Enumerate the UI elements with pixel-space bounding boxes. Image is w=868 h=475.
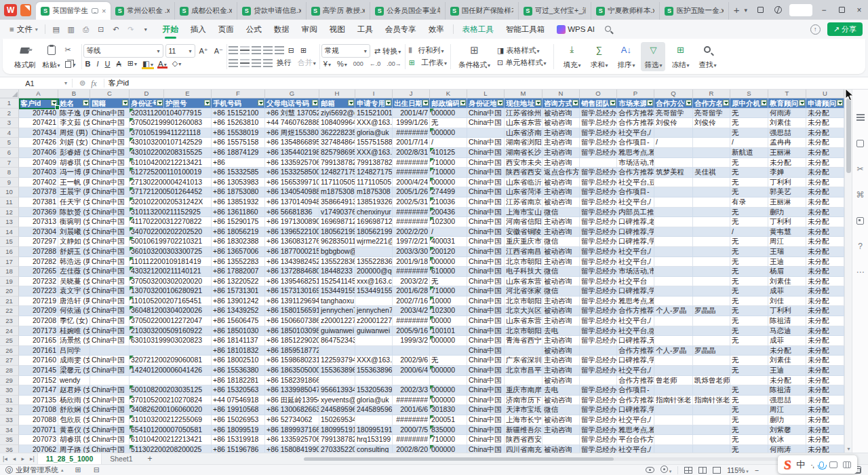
cell[interactable]: 陕西省西安 <box>505 435 542 445</box>
cell[interactable]: 凯烁曾老师 <box>693 376 730 386</box>
column-letter[interactable]: I <box>355 90 393 98</box>
filter-dropdown-icon[interactable] <box>348 100 354 106</box>
cell[interactable]: China中国 <box>90 128 130 138</box>
cell[interactable] <box>654 445 693 453</box>
cell[interactable]: 合作项目- <box>617 187 654 197</box>
cell[interactable]: 未分配 <box>806 148 844 158</box>
cell[interactable]: 主动咨询 <box>542 158 580 168</box>
cell[interactable] <box>693 197 730 208</box>
row-number[interactable]: 11 <box>0 197 19 208</box>
cell[interactable]: 未分配 <box>806 237 844 247</box>
cell[interactable]: 1999/3/2 <box>393 336 430 346</box>
prev-sheet-icon[interactable]: ◂ <box>10 455 19 462</box>
cell[interactable]: 天津市宝坻 <box>505 405 542 415</box>
cell[interactable]: 罗晶晶 <box>693 306 730 316</box>
cell[interactable]: 王晨宇 (男 <box>58 187 90 197</box>
cell[interactable]: 冯一博 (男 <box>58 168 90 178</box>
panel-frame-icon[interactable] <box>856 138 864 148</box>
cell[interactable]: 衡琬明 (女 <box>58 217 90 227</box>
cell[interactable]: 207173 <box>19 326 58 337</box>
cell[interactable]: +86 1343982452 <box>265 257 319 267</box>
cell[interactable]: 合作项目- <box>617 385 654 396</box>
column-letter[interactable]: K <box>430 90 467 98</box>
cell[interactable] <box>654 267 693 277</box>
cell[interactable]: 舒妍玉 (女 <box>58 247 90 257</box>
cell[interactable]: 北京市朝阳 <box>505 326 542 337</box>
cell[interactable]: 500108200203035125 <box>130 385 212 396</box>
cell[interactable]: 2003/2/2 <box>393 277 430 287</box>
cell[interactable]: +86 15263810 <box>212 118 265 128</box>
cell[interactable]: / <box>654 138 693 148</box>
cell[interactable]: 丁利利 <box>768 306 806 316</box>
cell[interactable]: +86 1300682663 <box>265 405 319 415</box>
cell[interactable]: 799138782 <box>355 158 393 168</box>
cell[interactable]: 370502200012272047 <box>130 316 212 326</box>
cell[interactable]: 799138782 <box>319 435 355 445</box>
cell[interactable]: 何依涵 (女 <box>58 306 90 316</box>
cell[interactable] <box>693 247 730 257</box>
cell[interactable]: 合作方推荐 <box>617 346 654 356</box>
cell[interactable]: 刘素佳 <box>768 277 806 287</box>
cell[interactable]: 被动咨询 <box>542 247 580 257</box>
cell[interactable]: 124827175 <box>319 168 355 178</box>
ai-formula-icon[interactable]: ⊜ <box>79 79 85 88</box>
cell[interactable]: 社交平台,/ <box>617 316 654 326</box>
cell[interactable]: 江苏省南京 <box>505 197 542 208</box>
cell[interactable]: 电子科技大 <box>505 267 542 277</box>
cell[interactable]: 刘俊伶 <box>693 118 730 128</box>
cell[interactable]: 未分配 <box>806 178 844 188</box>
cell[interactable]: 310113200211152925 <box>130 208 212 218</box>
fx-icon[interactable]: fx <box>91 79 96 88</box>
file-tab[interactable]: S常州公积金 .xlsx <box>111 2 175 20</box>
cell[interactable]: chenxinyur <box>355 208 393 218</box>
cell[interactable]: China中国 <box>467 247 505 257</box>
row-number[interactable]: 4 <box>0 128 19 138</box>
row-number[interactable]: 27 <box>0 356 19 366</box>
cell[interactable]: +86 1335925706 <box>265 158 319 168</box>
cell[interactable]: +86 1533258500 <box>265 168 319 178</box>
cell[interactable]: +86 15320563 <box>212 385 265 396</box>
cell[interactable]: China中国 <box>467 356 505 366</box>
cell[interactable]: 留学总经办 <box>580 227 617 238</box>
cell[interactable]: +86 刘慧 137052 <box>265 109 319 119</box>
cell[interactable]: 舒欣娴 (女 <box>58 405 90 415</box>
horizontal-scrollbar[interactable] <box>304 457 837 461</box>
cell[interactable]: 王丽淋 <box>768 148 806 158</box>
cell[interactable]: 留学总经办 <box>580 197 617 208</box>
row-number[interactable]: 20 <box>0 286 19 297</box>
file-tab[interactable]: S贷款申请信息.xlsx <box>237 2 306 20</box>
cell[interactable]: China中国 <box>467 197 505 208</box>
cell[interactable]: xyevents@ <box>319 396 355 406</box>
cell[interactable]: 青海省西宁 <box>505 336 542 346</box>
row-number[interactable]: 6 <box>0 148 19 158</box>
cell[interactable] <box>693 148 730 158</box>
cell[interactable]: +86 1850103098 <box>265 326 319 337</box>
cell[interactable]: 个人-罗晶 <box>654 306 693 316</box>
cell[interactable]: 207297 <box>19 237 58 247</box>
cell[interactable]: 被动咨询 <box>542 445 580 453</box>
cell[interactable]: +86 56681836 <box>265 208 319 218</box>
decrease-indent-icon[interactable] <box>263 46 273 54</box>
cell[interactable]: 135522836 <box>355 257 393 267</box>
tab-menu[interactable]: 工具 <box>351 24 379 35</box>
cell[interactable]: 10000 <box>430 297 467 307</box>
sheet-tab[interactable]: Sheet1 <box>102 453 140 465</box>
cell[interactable]: +86 15196786 <box>212 445 265 453</box>
cut-button[interactable]: ✂ <box>65 45 76 54</box>
cell[interactable]: XXX@163.c <box>355 356 393 366</box>
cell[interactable] <box>654 257 693 267</box>
cell[interactable]: +86 1340540988 <box>265 187 319 197</box>
cell[interactable]: China中国 <box>467 385 505 396</box>
cell[interactable] <box>580 376 617 386</box>
cell[interactable]: 未分配 <box>806 138 844 148</box>
paste-button[interactable]: 粘贴▾ <box>41 42 62 71</box>
tab-list-chevron-icon[interactable]: ▾ <box>744 7 751 14</box>
cell[interactable]: 207135 <box>19 396 58 406</box>
cell[interactable]: z20001227 <box>319 316 355 326</box>
cell[interactable]: 未分配 <box>806 247 844 257</box>
cell[interactable] <box>693 385 730 396</box>
cell[interactable]: 610000 <box>430 267 467 277</box>
cell[interactable]: 207219 <box>19 297 58 307</box>
cell[interactable]: 彭睿婧 (女 <box>58 148 90 158</box>
cell[interactable]: 主动咨询 <box>542 366 580 376</box>
